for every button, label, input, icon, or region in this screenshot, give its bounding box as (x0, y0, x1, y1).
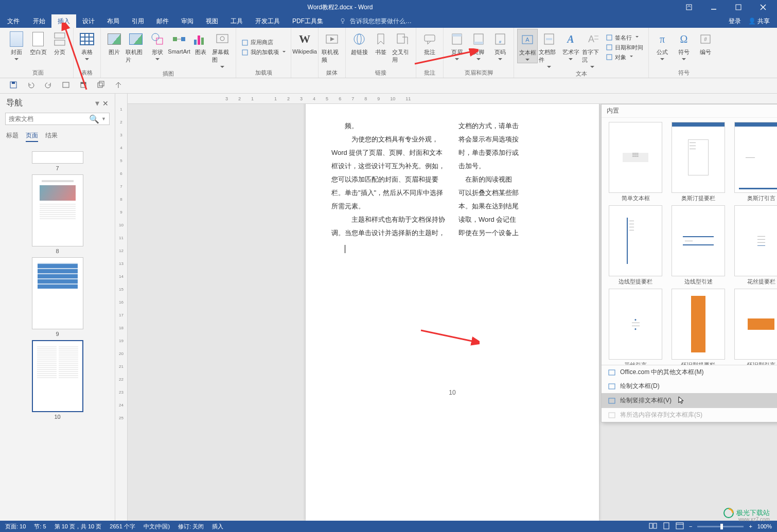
textbox-option[interactable]: 绘制文本框(D) (602, 379, 777, 393)
ribbon-Wikipedia[interactable]: WWikipedia (294, 29, 315, 55)
tab-引用[interactable]: 引用 (126, 14, 150, 28)
textbox-preset-奥斯汀提要栏[interactable]: ━━━━━━━━━━━━奥斯汀提要栏 (668, 122, 728, 202)
page-thumb-8[interactable]: 8 (32, 174, 83, 254)
ribbon-页眉[interactable]: 页眉 (447, 29, 467, 62)
tab-设计[interactable]: 设计 (76, 14, 101, 28)
status-words[interactable]: 2651 个字 (110, 523, 135, 530)
tab-邮件[interactable]: 邮件 (150, 14, 175, 28)
textbox-preset-花丝提要栏[interactable]: ━━━━━━━━━━━━━━━━━━━━花丝提要栏 (731, 205, 777, 286)
zoom-slider[interactable] (697, 526, 744, 527)
page-thumb-9[interactable]: 9 (32, 257, 83, 337)
undo-icon[interactable] (27, 81, 35, 91)
ribbon-SmartArt[interactable]: SmartArt (169, 29, 189, 55)
ribbon-签名行[interactable]: 签名行 (604, 33, 645, 42)
share-button[interactable]: 👤 共享 (748, 17, 770, 26)
ribbon-分页[interactable]: 分页 (49, 29, 70, 56)
zoom-level[interactable]: 100% (757, 523, 772, 529)
textbox-preset-花丝引言[interactable]: ◆━━━━━━━━━━◆花丝引言 (606, 289, 665, 365)
ribbon-超链接[interactable]: 超链接 (349, 29, 369, 56)
ribbon-display-options[interactable] (680, 0, 698, 14)
status-page[interactable]: 页面: 10 (5, 523, 26, 530)
ribbon-联机图片[interactable]: 联机图片 (126, 29, 146, 64)
page-thumb-7[interactable]: 7 (32, 151, 83, 171)
ribbon-屏幕截图[interactable]: 屏幕截图 (212, 29, 233, 70)
view-print-icon[interactable] (662, 522, 670, 530)
ribbon-书签[interactable]: 书签 (370, 29, 391, 56)
ribbon-封面[interactable]: 封面 (6, 29, 27, 62)
search-input[interactable] (9, 115, 89, 122)
ribbon-交叉引用[interactable]: 交叉引用 (392, 29, 413, 64)
minimize-button[interactable] (705, 0, 722, 14)
textbox-preset-边线型引述[interactable]: ━━━━━边线型引述 (668, 205, 728, 286)
tab-视图[interactable]: 视图 (200, 14, 224, 28)
ribbon-图片[interactable]: 图片 (104, 29, 125, 56)
tab-开始[interactable]: 开始 (27, 14, 51, 28)
ribbon-联机视频[interactable]: 联机视频 (322, 29, 342, 64)
qat-icon[interactable] (97, 81, 105, 91)
zoom-in-icon[interactable]: + (749, 523, 752, 529)
ribbon-符号[interactable]: Ω符号 (674, 29, 694, 62)
status-track[interactable]: 修订: 关闭 (178, 523, 204, 530)
ribbon-页脚[interactable]: 页脚 (468, 29, 489, 62)
ribbon-日期和时间[interactable]: 日期和时间 (604, 43, 645, 52)
ribbon-文本框[interactable]: A文本框 (517, 29, 538, 63)
ribbon-对象[interactable]: 对象 (604, 53, 645, 62)
textbox-option[interactable]: 绘制竖排文本框(V) (602, 393, 777, 408)
tab-布局[interactable]: 布局 (101, 14, 126, 28)
ribbon-空白页[interactable]: 空白页 (28, 29, 48, 56)
textbox-preset-简单文本框[interactable]: ━━━━━━━━━简单文本框 (606, 122, 665, 202)
nav-tab-标题[interactable]: 标题 (6, 131, 19, 142)
status-section[interactable]: 节: 5 (34, 523, 46, 530)
tell-me[interactable]: 告诉我您想要做什么… (340, 17, 412, 26)
ribbon-首字下沉[interactable]: A首字下沉 (582, 29, 603, 70)
tab-文件[interactable]: 文件 (0, 14, 27, 28)
status-page-of[interactable]: 第 10 页，共 10 页 (55, 523, 102, 530)
qat-icon[interactable] (62, 81, 70, 91)
maximize-button[interactable] (730, 0, 747, 14)
textbox-preset-怀旧型引言[interactable]: 怀旧型引言 (731, 289, 777, 365)
login-link[interactable]: 登录 (729, 17, 741, 26)
tab-PDF工具集[interactable]: PDF工具集 (286, 14, 329, 28)
page-thumbnails[interactable]: 78910 (0, 145, 115, 521)
nav-search[interactable]: 🔍 ▼ (5, 113, 110, 125)
status-mode[interactable]: 插入 (212, 523, 223, 530)
ribbon-页码[interactable]: #页码 (490, 29, 510, 62)
page[interactable]: 频。 为使您的文档具有专业外观，Word 提供了页眉、页脚、封面和文本框设计，这… (306, 104, 599, 521)
ribbon-批注[interactable]: 批注 (419, 29, 440, 56)
close-button[interactable] (754, 0, 772, 14)
view-read-icon[interactable] (649, 522, 657, 530)
ribbon-形状[interactable]: 形状 (147, 29, 168, 62)
zoom-out-icon[interactable]: − (689, 523, 692, 529)
status-lang[interactable]: 中文(中国) (144, 523, 170, 530)
tab-审阅[interactable]: 审阅 (175, 14, 200, 28)
chevron-down-icon[interactable]: ▼ (101, 116, 106, 121)
textbox-preset-怀旧型提要栏[interactable]: 怀旧型提要栏 (668, 289, 728, 365)
tab-插入[interactable]: 插入 (51, 14, 76, 28)
textbox-option[interactable]: Office.com 中的其他文本框(M)▸ (602, 365, 777, 379)
search-icon[interactable]: 🔍 (89, 114, 99, 124)
ribbon-应用商店[interactable]: 应用商店 (239, 38, 288, 47)
nav-tab-结果[interactable]: 结果 (45, 131, 58, 142)
qat-icon[interactable] (114, 81, 122, 91)
ribbon-我的加载项[interactable]: 我的加载项 (239, 48, 288, 57)
page-thumb-10[interactable]: 10 (32, 340, 83, 420)
ribbon-编号[interactable]: #编号 (695, 29, 716, 56)
textbox-gallery-dropdown[interactable]: 内置 ━━━━━━━━━简单文本框━━━━━━━━━━━━奥斯汀提要栏━━━━━… (601, 104, 777, 422)
textbox-preset-边线型提要栏[interactable]: ━━━━━━━━━━━━边线型提要栏 (606, 205, 665, 286)
qat-icon[interactable] (79, 81, 87, 91)
save-icon[interactable] (9, 81, 17, 91)
document-canvas[interactable]: 频。 为使您的文档具有专业外观，Word 提供了页眉、页脚、封面和文本框设计，这… (128, 104, 777, 521)
view-web-icon[interactable] (676, 522, 684, 530)
tab-开发工具[interactable]: 开发工具 (249, 14, 286, 28)
close-icon[interactable]: ✕ (102, 99, 109, 108)
redo-icon[interactable] (44, 81, 52, 91)
tab-工具[interactable]: 工具 (224, 14, 249, 28)
nav-tab-页面[interactable]: 页面 (26, 131, 38, 142)
textbox-preset-奥斯汀引言[interactable]: ━━━━━━奥斯汀引言 (731, 122, 777, 202)
ribbon-图表[interactable]: 图表 (190, 29, 211, 56)
ribbon-公式[interactable]: π公式 (652, 29, 673, 62)
nav-pin-icon[interactable]: ▾ (95, 98, 99, 108)
ribbon-表格[interactable]: 表格 (77, 29, 97, 62)
ribbon-艺术字[interactable]: A艺术字 (560, 29, 581, 62)
ribbon-文档部件[interactable]: 文档部件 (539, 29, 559, 70)
